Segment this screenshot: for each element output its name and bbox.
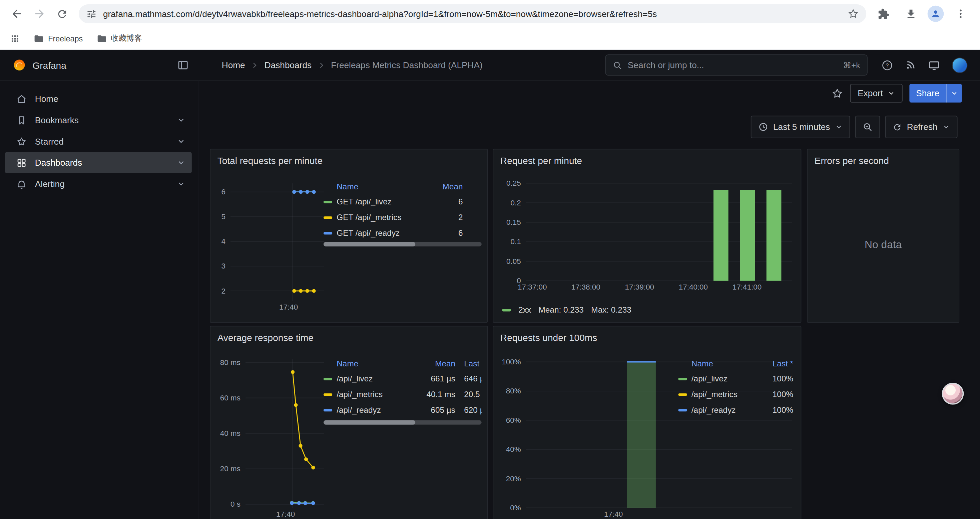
reload-button[interactable]: [51, 3, 73, 24]
bookmark-label: Freeleaps: [48, 34, 83, 43]
avg-response-chart[interactable]: 80 ms60 ms40 ms20 ms0 s17:40: [214, 355, 329, 519]
search-bar[interactable]: Search or jump to... ⌘+k: [605, 54, 867, 76]
panel-title[interactable]: Average response time: [210, 326, 487, 348]
legend-series-name[interactable]: /api/_metrics: [337, 390, 418, 399]
time-range-button[interactable]: Last 5 minutes: [751, 115, 850, 138]
sidebar-item-bookmarks[interactable]: Bookmarks: [5, 110, 192, 131]
url-bar[interactable]: grafana.mathmast.com/d/deytv4rwavabkb/fr…: [79, 4, 866, 23]
bar-legend[interactable]: 2xx Mean: 0.233 Max: 0.233: [502, 305, 631, 315]
share-button[interactable]: Share: [909, 84, 946, 102]
breadcrumb-dashboards[interactable]: Dashboards: [264, 60, 312, 70]
request-per-minute-chart[interactable]: 0.250.20.150.10.05017:37:0017:38:0017:39…: [497, 177, 799, 302]
legend-table: Name Last * /api/_livez 100% /api/_metri…: [678, 356, 794, 417]
browser-menu-button[interactable]: [950, 3, 971, 24]
legend-header-last[interactable]: Last *: [765, 359, 793, 368]
legend-header-name[interactable]: Name: [323, 182, 425, 191]
total-requests-chart[interactable]: 6543217:40: [214, 178, 329, 321]
legend-series-name[interactable]: GET /api/_readyz: [337, 228, 425, 238]
chevron-down-icon: [943, 123, 950, 131]
bookmark-star-icon[interactable]: [848, 8, 859, 19]
sidebar-item-home[interactable]: Home: [5, 88, 192, 110]
chevron-down-icon[interactable]: [177, 179, 185, 188]
sidebar-toggle-button[interactable]: [177, 59, 189, 71]
panel-avg-response-time: Average response time 80 ms60 ms40 ms20 …: [210, 326, 488, 519]
legend-series-name[interactable]: GET /api/_metrics: [337, 213, 425, 222]
panel-title[interactable]: Total requests per minute: [210, 150, 487, 172]
legend-series-name[interactable]: 2xx: [519, 305, 531, 315]
legend-header-mean[interactable]: Mean: [418, 359, 455, 368]
assistant-avatar-button[interactable]: [942, 383, 964, 405]
sidebar-item-alerting[interactable]: Alerting: [5, 173, 192, 195]
legend-series-name[interactable]: /api/_metrics: [692, 390, 765, 399]
legend-header-last[interactable]: Last *: [464, 359, 481, 368]
series-color-dash: [502, 308, 511, 311]
legend-series-name[interactable]: /api/_readyz: [692, 405, 765, 414]
legend-table: Name Mean Last * /api/_livez 661 µs 646 …: [323, 356, 482, 417]
chevron-down-icon: [951, 89, 958, 97]
chevron-down-icon[interactable]: [177, 115, 185, 124]
legend-row[interactable]: GET /api/_metrics 2: [323, 209, 482, 225]
dashboard-actions: Export Share: [199, 81, 980, 106]
sidebar-item-label: Home: [35, 94, 58, 104]
favorite-star-button[interactable]: [832, 87, 843, 99]
legend-header-name[interactable]: Name: [678, 359, 765, 368]
grafana-top-nav: Grafana Home Dashboards Freeleaps Metric…: [0, 50, 980, 81]
legend-row[interactable]: /api/_readyz 100%: [678, 402, 794, 418]
search-icon: [613, 61, 622, 70]
url-text[interactable]: grafana.mathmast.com/d/deytv4rwavabkb/fr…: [103, 9, 841, 19]
legend-series-name[interactable]: GET /api/_livez: [337, 197, 425, 206]
svg-text:20 ms: 20 ms: [220, 465, 240, 473]
sidebar-item-starred[interactable]: Starred: [5, 131, 192, 152]
legend-header-name[interactable]: Name: [323, 359, 418, 368]
scrollbar-thumb[interactable]: [323, 420, 415, 425]
legend-row[interactable]: /api/_readyz 605 µs 620 µs: [323, 402, 482, 418]
legend-series-last: 20.5 ms: [464, 390, 481, 399]
legend-row[interactable]: /api/_livez 661 µs 646 µs: [323, 371, 482, 386]
panel-title[interactable]: Request per minute: [493, 150, 800, 172]
legend-series-name[interactable]: /api/_livez: [692, 374, 765, 383]
legend-row[interactable]: /api/_metrics 100%: [678, 386, 794, 402]
sidebar-item-dashboards[interactable]: Dashboards: [5, 152, 192, 173]
legend-header-mean[interactable]: Mean: [425, 182, 463, 191]
panel-title[interactable]: Requests under 100ms: [493, 326, 800, 348]
legend-scrollbar[interactable]: [323, 420, 482, 425]
legend-series-name[interactable]: /api/_readyz: [337, 405, 418, 414]
back-button[interactable]: [6, 3, 28, 24]
site-settings-icon[interactable]: [86, 8, 97, 19]
export-label: Export: [858, 88, 883, 98]
bookmark-item-freeleaps[interactable]: Freeleaps: [34, 34, 83, 43]
legend-scrollbar[interactable]: [323, 242, 482, 246]
series-color-dash: [323, 393, 332, 395]
export-button[interactable]: Export: [850, 84, 902, 102]
svg-text:0.15: 0.15: [506, 218, 521, 227]
scrollbar-thumb[interactable]: [323, 242, 415, 246]
browser-profile-button[interactable]: [928, 6, 944, 22]
panel-requests-under-100ms: Requests under 100ms 100%80%60%40%20%0%1…: [493, 326, 801, 519]
legend-row[interactable]: GET /api/_readyz 6: [323, 225, 482, 241]
legend-row[interactable]: /api/_livez 100%: [678, 371, 794, 386]
brand-title: Grafana: [32, 60, 66, 70]
apps-grid-button[interactable]: [10, 34, 20, 43]
zoom-out-button[interactable]: [855, 115, 880, 138]
downloads-button[interactable]: [900, 3, 921, 24]
legend-series-name[interactable]: /api/_livez: [337, 374, 418, 383]
sidebar: Home Bookmarks Starred Dashboards: [0, 81, 199, 519]
rss-icon[interactable]: [905, 59, 916, 71]
legend-row[interactable]: /api/_metrics 40.1 ms 20.5 ms: [323, 386, 482, 402]
user-avatar[interactable]: [952, 57, 968, 73]
refresh-button[interactable]: Refresh: [885, 115, 957, 138]
chevron-down-icon[interactable]: [177, 137, 185, 145]
extensions-button[interactable]: [873, 3, 894, 24]
grafana-app: Grafana Home Dashboards Freeleaps Metric…: [0, 50, 980, 519]
folder-icon: [34, 34, 44, 43]
help-button[interactable]: ?: [881, 59, 893, 71]
legend-series-mean: 605 µs: [418, 405, 455, 414]
legend-row[interactable]: GET /api/_livez 6: [323, 194, 482, 209]
share-menu-button[interactable]: [946, 84, 962, 102]
forward-button[interactable]: [29, 3, 50, 24]
kiosk-monitor-button[interactable]: [928, 59, 940, 71]
breadcrumb-home[interactable]: Home: [222, 60, 245, 70]
chevron-down-icon[interactable]: [177, 158, 185, 167]
bookmark-item-blog[interactable]: 收藏博客: [96, 33, 142, 44]
grafana-logo[interactable]: [12, 58, 26, 72]
